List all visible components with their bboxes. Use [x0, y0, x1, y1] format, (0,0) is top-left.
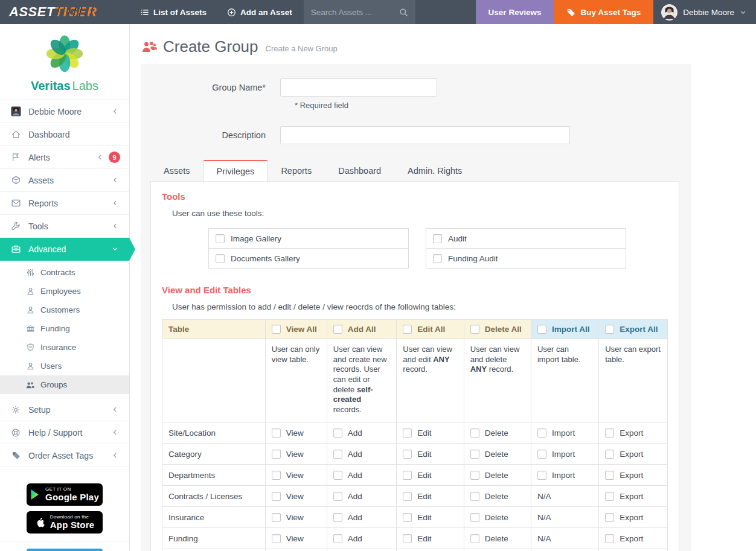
checkbox-category-add[interactable]	[333, 450, 342, 459]
checkbox-insurance-delete[interactable]	[470, 513, 479, 522]
tab-dashboard[interactable]: Dashboard	[325, 160, 394, 181]
sidebar-item-alerts[interactable]: Alerts9	[0, 146, 129, 169]
checkbox-departments-view[interactable]	[272, 471, 281, 480]
checkbox-add-all[interactable]	[333, 325, 342, 334]
tab-assets[interactable]: Assets	[150, 160, 203, 181]
checkbox-site-location-import[interactable]	[537, 428, 546, 438]
checkbox-contracts-licenses-view[interactable]	[272, 492, 281, 501]
user-reviews-button[interactable]: User Reviews	[476, 0, 554, 24]
checkbox-funding-delete[interactable]	[470, 534, 479, 543]
topnav-list-of-assets[interactable]: List of Assets	[130, 0, 217, 24]
sidebar-item-funding[interactable]: Funding	[0, 319, 129, 338]
tool-checkbox-audit[interactable]	[433, 234, 442, 243]
checkbox-category-export[interactable]	[605, 450, 614, 459]
checkbox-delete-all[interactable]	[470, 325, 479, 334]
advanced-submenu: ContractsEmployeesCustomersFundingInsura…	[0, 261, 129, 398]
topnav-add-an-asset[interactable]: Add an Asset	[217, 0, 303, 24]
sidebar-item-debbie-moore[interactable]: Debbie Moore	[0, 100, 129, 123]
page-subtitle: Create a New Group	[266, 44, 338, 53]
checkbox-site-location-delete[interactable]	[470, 428, 479, 438]
user-menu[interactable]: Debbie Moore	[653, 0, 756, 24]
sidebar-item-users[interactable]: Users	[0, 357, 129, 375]
sidebar-item-assets[interactable]: Assets	[0, 169, 129, 192]
sidebar-item-groups[interactable]: Groups	[0, 375, 129, 394]
cube-icon	[10, 175, 21, 185]
capterra-badge[interactable]: Capterra	[27, 549, 103, 551]
checkbox-export-all[interactable]	[605, 325, 614, 334]
buy-asset-tags-button[interactable]: Buy Asset Tags	[554, 0, 653, 24]
sidebar-item-customers[interactable]: Customers	[0, 301, 129, 319]
home-icon	[10, 129, 21, 139]
checkbox-funding-edit[interactable]	[403, 534, 412, 543]
checkbox-funding-view[interactable]	[272, 534, 281, 543]
permissions-header-row: TableView AllAdd AllEdit AllDelete AllIm…	[162, 320, 668, 339]
checkbox-funding-add[interactable]	[333, 534, 342, 543]
tab-admin-rights[interactable]: Admin. Rights	[394, 160, 475, 181]
tool-row-documents-gallery[interactable]: Documents Gallery	[208, 248, 409, 269]
checkbox-contracts-licenses-export[interactable]	[605, 492, 614, 501]
checkbox-import-all[interactable]	[537, 325, 546, 334]
sidebar-item-employees[interactable]: Employees	[0, 282, 129, 301]
asset-search-box[interactable]	[304, 0, 415, 24]
search-input[interactable]	[311, 8, 399, 17]
tag-icon	[566, 8, 575, 17]
tool-checkbox-documents-gallery[interactable]	[216, 254, 225, 263]
google-play-badge[interactable]: GET IT ON Google Play	[27, 483, 103, 506]
app-store-badge[interactable]: Download on the App Store	[27, 511, 103, 533]
sidebar-item-advanced[interactable]: Advanced	[0, 238, 129, 261]
checkbox-departments-export[interactable]	[605, 471, 614, 480]
checkbox-insurance-edit[interactable]	[403, 513, 412, 522]
chevron-left-icon	[109, 108, 120, 115]
checkbox-category-import[interactable]	[537, 450, 546, 459]
sidebar-item-tools[interactable]: Tools	[0, 215, 129, 238]
tool-checkbox-funding-audit[interactable]	[433, 254, 442, 263]
checkbox-category-view[interactable]	[272, 450, 281, 459]
checkbox-view-all[interactable]	[272, 325, 281, 334]
checkbox-site-location-view[interactable]	[272, 428, 281, 438]
table-row-contracts-licenses: Contracts / LicensesViewAddEditDeleteN/A…	[162, 486, 668, 507]
perm-col-add-all: Add All	[327, 320, 397, 339]
checkbox-category-delete[interactable]	[470, 450, 479, 459]
checkbox-edit-all[interactable]	[403, 325, 412, 334]
checkbox-departments-add[interactable]	[333, 471, 342, 480]
tab-privileges[interactable]: Privileges	[203, 160, 268, 181]
company-name: VeritasLabs	[0, 79, 129, 93]
company-logo[interactable]: VeritasLabs	[0, 24, 129, 100]
checkbox-departments-delete[interactable]	[470, 471, 479, 480]
description-input[interactable]	[280, 126, 570, 144]
tools-description: User can use these tools:	[172, 209, 668, 218]
sidebar-item-contracts[interactable]: Contracts	[0, 263, 129, 282]
sliders-icon	[25, 268, 35, 277]
main-content: Create Group Create a New Group Group Na…	[130, 24, 756, 551]
group-name-input[interactable]	[280, 78, 437, 97]
checkbox-departments-edit[interactable]	[403, 471, 412, 480]
checkbox-site-location-edit[interactable]	[403, 428, 412, 438]
checkbox-insurance-export[interactable]	[605, 513, 614, 522]
sidebar-item-setup[interactable]: Setup	[0, 398, 129, 421]
tool-row-funding-audit[interactable]: Funding Audit	[426, 248, 626, 269]
checkbox-insurance-add[interactable]	[333, 513, 342, 522]
checkbox-insurance-view[interactable]	[272, 513, 281, 522]
description-label: Description	[141, 130, 280, 140]
sidebar-item-order-asset-tags[interactable]: Order Asset Tags	[0, 444, 129, 467]
checkbox-site-location-add[interactable]	[333, 428, 342, 438]
app-logo[interactable]: ASSETTIGER	[0, 0, 130, 24]
checkbox-departments-import[interactable]	[537, 471, 546, 480]
sidebar-item-help-support[interactable]: Help / Support	[0, 421, 129, 444]
sidebar-item-dashboard[interactable]: Dashboard	[0, 123, 129, 146]
checkbox-contracts-licenses-delete[interactable]	[470, 492, 479, 501]
checkbox-category-edit[interactable]	[403, 450, 412, 459]
checkbox-funding-export[interactable]	[605, 534, 614, 543]
tool-row-image-gallery[interactable]: Image Gallery	[208, 228, 409, 249]
tab-reports[interactable]: Reports	[267, 160, 325, 181]
checkbox-contracts-licenses-add[interactable]	[333, 492, 342, 501]
checkbox-site-location-export[interactable]	[605, 428, 614, 438]
tool-checkbox-image-gallery[interactable]	[216, 234, 225, 243]
sidebar-item-reports[interactable]: Reports	[0, 192, 129, 215]
checkbox-contracts-licenses-edit[interactable]	[403, 492, 412, 501]
user-reviews-label: User Reviews	[489, 8, 542, 17]
tool-row-audit[interactable]: Audit	[426, 228, 626, 249]
sidebar-item-insurance[interactable]: Insurance	[0, 338, 129, 357]
tools-heading: Tools	[162, 191, 668, 202]
search-icon[interactable]	[399, 8, 408, 17]
